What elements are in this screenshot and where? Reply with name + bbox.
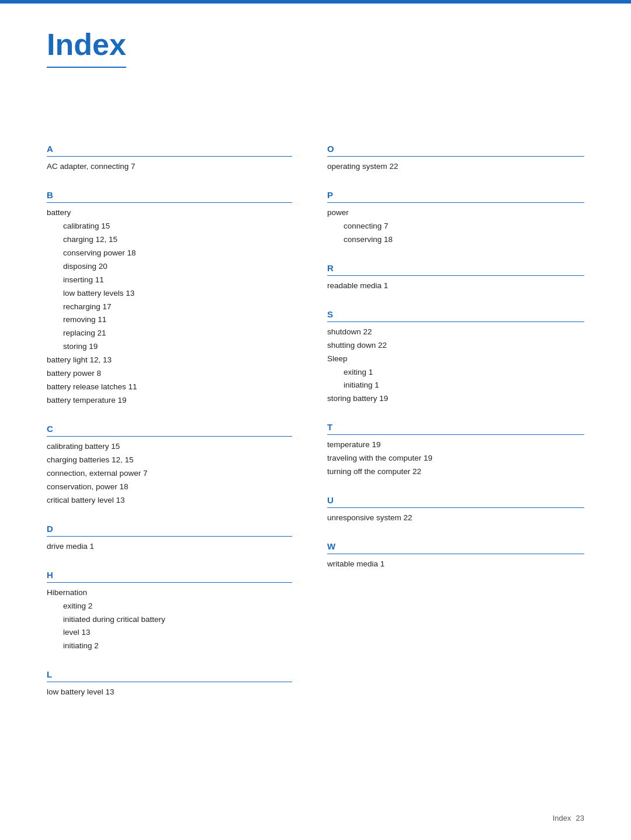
index-sub-entry: recharging 17 <box>63 300 292 314</box>
section-divider <box>327 156 584 157</box>
section-divider <box>47 156 292 157</box>
index-entry: battery power 8 <box>47 367 292 381</box>
index-sub-entry: initiating 2 <box>63 639 292 653</box>
index-section-h: HHibernationexiting 2initiated during cr… <box>47 570 292 654</box>
index-sub-entry: conserving power 18 <box>63 247 292 260</box>
index-section-a: AAC adapter, connecting 7 <box>47 144 292 174</box>
index-section-b: Bbatterycalibrating 15charging 12, 15con… <box>47 190 292 407</box>
section-letter: C <box>47 424 292 434</box>
section-divider <box>327 202 584 203</box>
section-letter: P <box>327 190 584 200</box>
index-section-t: Ttemperature 19traveling with the comput… <box>327 422 584 479</box>
index-sub-entry: conserving 18 <box>344 233 584 247</box>
index-sub-entry: connecting 7 <box>344 220 584 233</box>
index-section-s: Sshutdown 22shutting down 22Sleepexiting… <box>327 309 584 406</box>
index-entry: operating system 22 <box>327 160 584 174</box>
index-sub-entry: inserting 11 <box>63 274 292 287</box>
index-entry: battery release latches 11 <box>47 381 292 394</box>
index-content: AAC adapter, connecting 7Bbatterycalibra… <box>47 144 584 715</box>
left-column: AAC adapter, connecting 7Bbatterycalibra… <box>47 144 316 715</box>
right-column: Ooperating system 22Ppowerconnecting 7co… <box>316 144 584 715</box>
index-entry: shutdown 22 <box>327 326 584 339</box>
index-entry: calibrating battery 15 <box>47 440 292 454</box>
index-section-d: Ddrive media 1 <box>47 524 292 554</box>
index-entry: charging batteries 12, 15 <box>47 454 292 467</box>
index-entry: batterycalibrating 15charging 12, 15cons… <box>47 206 292 354</box>
section-letter: L <box>47 669 292 679</box>
section-divider <box>47 202 292 203</box>
index-sub-entry: calibrating 15 <box>63 220 292 233</box>
section-letter: W <box>327 541 584 551</box>
section-letter: O <box>327 144 584 154</box>
index-entry: temperature 19 <box>327 438 584 452</box>
section-divider <box>47 682 292 682</box>
index-entry: writable media 1 <box>327 558 584 571</box>
footer-page: 23 <box>576 814 584 822</box>
index-entry: battery light 12, 13 <box>47 354 292 367</box>
index-section-p: Ppowerconnecting 7conserving 18 <box>327 190 584 247</box>
index-sub-entry: exiting 1 <box>344 366 584 379</box>
footer-label: Index <box>553 814 571 822</box>
section-letter: H <box>47 570 292 580</box>
section-letter: T <box>327 422 584 432</box>
index-entry: powerconnecting 7conserving 18 <box>327 206 584 247</box>
section-divider <box>47 436 292 437</box>
section-divider <box>327 554 584 554</box>
index-sub-entry: initiating 1 <box>344 379 584 392</box>
index-sub-entry: initiated during critical battery <box>63 613 292 627</box>
index-entry: battery temperature 19 <box>47 394 292 407</box>
section-letter: S <box>327 309 584 319</box>
index-section-l: Llow battery level 13 <box>47 669 292 699</box>
index-section-r: Rreadable media 1 <box>327 263 584 293</box>
footer: Index 23 <box>553 814 584 822</box>
index-sub-entry: storing 19 <box>63 340 292 354</box>
index-entry: turning off the computer 22 <box>327 465 584 479</box>
index-section-w: Wwritable media 1 <box>327 541 584 571</box>
index-entry: connection, external power 7 <box>47 467 292 481</box>
index-sub-entry: removing 11 <box>63 313 292 327</box>
index-entry: storing battery 19 <box>327 392 584 406</box>
index-entry: traveling with the computer 19 <box>327 452 584 465</box>
section-divider <box>47 582 292 583</box>
index-sub-entry: charging 12, 15 <box>63 233 292 247</box>
page-container: Index AAC adapter, connecting 7Bbatteryc… <box>0 4 631 751</box>
section-letter: B <box>47 190 292 200</box>
index-sub-entry: low battery levels 13 <box>63 287 292 300</box>
index-sub-entry: exiting 2 <box>63 600 292 613</box>
index-section-o: Ooperating system 22 <box>327 144 584 174</box>
section-divider <box>327 434 584 435</box>
index-entry: Sleepexiting 1initiating 1 <box>327 352 584 393</box>
section-divider <box>327 275 584 276</box>
index-sub-entry: replacing 21 <box>63 327 292 340</box>
index-entry: drive media 1 <box>47 540 292 554</box>
section-letter: D <box>47 524 292 534</box>
section-letter: U <box>327 495 584 505</box>
index-entry: AC adapter, connecting 7 <box>47 160 292 174</box>
section-divider <box>47 536 292 537</box>
index-sub-entry: level 13 <box>63 626 292 639</box>
index-entry: shutting down 22 <box>327 339 584 352</box>
index-sub-entry: disposing 20 <box>63 260 292 274</box>
index-entry: low battery level 13 <box>47 686 292 699</box>
section-letter: R <box>327 263 584 273</box>
section-divider <box>327 507 584 508</box>
index-entry: readable media 1 <box>327 279 584 293</box>
section-divider <box>327 322 584 322</box>
index-entry: unresponsive system 22 <box>327 511 584 525</box>
index-entry: conservation, power 18 <box>47 481 292 494</box>
index-section-c: Ccalibrating battery 15charging batterie… <box>47 424 292 507</box>
index-entry: critical battery level 13 <box>47 494 292 507</box>
page-title: Index <box>47 27 126 68</box>
index-entry: Hibernationexiting 2initiated during cri… <box>47 586 292 654</box>
index-section-u: Uunresponsive system 22 <box>327 495 584 525</box>
section-letter: A <box>47 144 292 154</box>
